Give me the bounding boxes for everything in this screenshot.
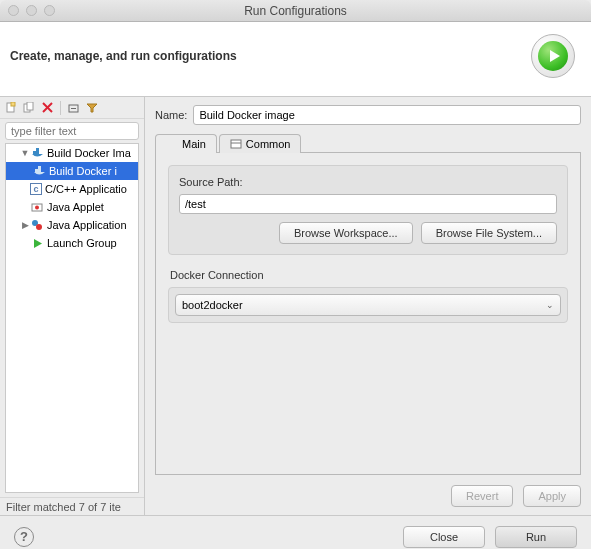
main-tab-icon <box>166 138 178 150</box>
tab-common[interactable]: Common <box>219 134 302 153</box>
filter-icon[interactable] <box>85 101 99 115</box>
tree-item-build-docker-image-type[interactable]: ▼ Build Docker Ima <box>6 144 138 162</box>
tab-label: Main <box>182 138 206 150</box>
revert-button[interactable]: Revert <box>451 485 513 507</box>
select-value: boot2docker <box>182 299 243 311</box>
run-banner-icon <box>531 34 575 78</box>
docker-icon <box>30 146 44 160</box>
apply-button[interactable]: Apply <box>523 485 581 507</box>
tree-item-launch-group[interactable]: Launch Group <box>6 234 138 252</box>
config-tree[interactable]: ▼ Build Docker Ima Build Docker i c C/C+… <box>5 143 139 493</box>
svg-point-17 <box>36 224 42 230</box>
docker-icon <box>32 164 46 178</box>
play-icon <box>30 236 44 250</box>
titlebar[interactable]: Run Configurations <box>0 0 591 22</box>
tree-item-label: Java Applet <box>47 201 104 213</box>
filter-input[interactable] <box>5 122 139 140</box>
close-button[interactable]: Close <box>403 526 485 548</box>
new-config-icon[interactable] <box>4 101 18 115</box>
dialog-footer: ? Close Run <box>0 515 591 549</box>
window-title: Run Configurations <box>0 4 591 18</box>
panel-actions: Revert Apply <box>155 485 581 507</box>
svg-rect-8 <box>33 151 36 154</box>
tree-item-label: Java Application <box>47 219 127 231</box>
tree-item-c-cpp-app[interactable]: c C/C++ Applicatio <box>6 180 138 198</box>
filter-field <box>5 122 139 140</box>
tree-item-java-application[interactable]: ▶ Java Application <box>6 216 138 234</box>
tree-item-build-docker-config[interactable]: Build Docker i <box>6 162 138 180</box>
svg-point-15 <box>35 206 39 210</box>
tree-item-label: Build Docker Ima <box>47 147 131 159</box>
svg-rect-12 <box>38 169 41 172</box>
tab-main[interactable]: Main <box>155 134 217 153</box>
browse-workspace-button[interactable]: Browse Workspace... <box>279 222 413 244</box>
docker-connection-select[interactable]: boot2docker ⌄ <box>175 294 561 316</box>
left-toolbar <box>0 97 144 119</box>
svg-rect-3 <box>27 102 33 110</box>
delete-config-icon[interactable] <box>40 101 54 115</box>
source-path-group: Source Path: Browse Workspace... Browse … <box>168 165 568 255</box>
name-input[interactable] <box>193 105 581 125</box>
dialog-heading: Create, manage, and run configurations <box>10 49 237 63</box>
chevron-down-icon[interactable]: ▼ <box>20 148 30 158</box>
c-app-icon: c <box>30 183 42 195</box>
filter-status: Filter matched 7 of 7 ite <box>0 497 144 515</box>
chevron-updown-icon: ⌄ <box>546 300 554 310</box>
dialog-header: Create, manage, and run configurations <box>0 22 591 97</box>
tab-label: Common <box>246 138 291 150</box>
tree-item-label: C/C++ Applicatio <box>45 183 127 195</box>
svg-rect-19 <box>231 140 241 148</box>
left-panel: ▼ Build Docker Ima Build Docker i c C/C+… <box>0 97 145 515</box>
java-app-icon <box>30 218 44 232</box>
svg-rect-1 <box>11 102 15 106</box>
svg-rect-9 <box>36 151 39 154</box>
tab-panel-main: Source Path: Browse Workspace... Browse … <box>155 153 581 475</box>
common-tab-icon <box>230 138 242 150</box>
run-button[interactable]: Run <box>495 526 577 548</box>
collapse-all-icon[interactable] <box>67 101 81 115</box>
tree-item-label: Build Docker i <box>49 165 117 177</box>
help-icon[interactable]: ? <box>14 527 34 547</box>
svg-rect-13 <box>38 166 41 169</box>
source-path-input[interactable] <box>179 194 557 214</box>
tree-item-java-applet[interactable]: Java Applet <box>6 198 138 216</box>
java-applet-icon <box>30 200 44 214</box>
right-panel: Name: Main Common Source Path: Browse Wo… <box>145 97 591 515</box>
svg-rect-11 <box>35 169 38 172</box>
docker-connection-group: boot2docker ⌄ <box>168 287 568 323</box>
tab-bar: Main Common <box>155 133 581 153</box>
duplicate-config-icon[interactable] <box>22 101 36 115</box>
chevron-right-icon[interactable]: ▶ <box>20 220 30 230</box>
browse-file-system-button[interactable]: Browse File System... <box>421 222 557 244</box>
docker-connection-label: Docker Connection <box>170 269 568 281</box>
name-label: Name: <box>155 109 187 121</box>
svg-marker-18 <box>34 239 42 248</box>
source-path-label: Source Path: <box>179 176 557 188</box>
tree-item-label: Launch Group <box>47 237 117 249</box>
svg-rect-10 <box>36 148 39 151</box>
